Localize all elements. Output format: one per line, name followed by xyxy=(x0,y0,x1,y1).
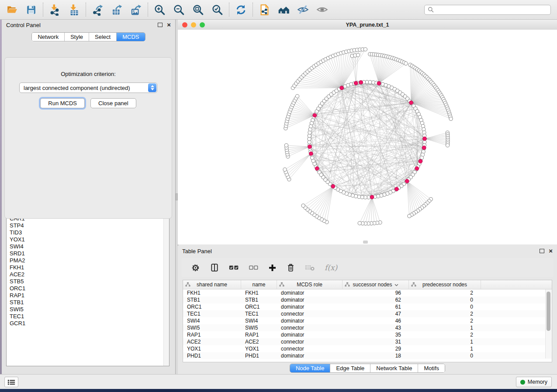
mcds-result-list[interactable]: PHD1CAR1STP4TID3YOX1SWI4SRD1PMA2FKH1ACE2… xyxy=(7,207,163,365)
close-icon[interactable]: × xyxy=(167,23,171,27)
mcds-result-item[interactable]: RAP1 xyxy=(10,292,161,299)
zoom-out-button[interactable] xyxy=(173,4,185,16)
zoom-selected-button[interactable] xyxy=(211,4,223,16)
mcds-result-item[interactable]: SRD1 xyxy=(10,250,161,257)
mcds-result-item[interactable]: FKH1 xyxy=(10,264,161,271)
column-header-name[interactable]: name xyxy=(241,280,277,289)
table-cell: ACE2 xyxy=(183,339,241,345)
table-cell: connector xyxy=(277,346,343,352)
table-cell: 62 xyxy=(343,297,409,303)
table-cell: ORC1 xyxy=(183,304,241,310)
table-row[interactable]: SWI4SWI4dominator462 xyxy=(183,317,552,324)
optimization-criterion-select[interactable]: largest connected component (undirected) xyxy=(19,83,157,93)
export-network-button[interactable] xyxy=(92,4,104,16)
column-label: MCDS role xyxy=(297,282,322,288)
tab-motifs[interactable]: Motifs xyxy=(418,364,445,372)
hide-panel-button[interactable] xyxy=(297,4,309,16)
trash-icon xyxy=(287,263,295,272)
new-network-button[interactable] xyxy=(259,4,270,16)
tab-mcds[interactable]: MCDS xyxy=(116,33,145,41)
table-row[interactable]: ORC1ORC1dominator610 xyxy=(183,303,552,310)
mcds-result-item[interactable]: SWI4 xyxy=(10,243,161,250)
mcds-result-item[interactable]: GCR1 xyxy=(10,320,161,327)
show-panel-button[interactable] xyxy=(316,4,328,16)
table-row[interactable]: PHD1PHD1dominator180 xyxy=(183,352,552,359)
optimization-criterion-value: largest connected component (undirected) xyxy=(24,85,130,91)
tab-edge-table[interactable]: Edge Table xyxy=(330,364,370,372)
add-column-button[interactable] xyxy=(268,264,277,272)
zoom-out-icon xyxy=(173,4,185,16)
network-window-titlebar[interactable]: YPA_prune.txt_1 xyxy=(178,20,557,30)
apply-layout-button[interactable] xyxy=(235,4,247,16)
table-cell: STB1 xyxy=(241,297,277,303)
mcds-result-item[interactable]: PMA2 xyxy=(10,257,161,264)
table-cell: YOX1 xyxy=(241,346,277,352)
table-row[interactable]: FKH1FKH1dominator962 xyxy=(183,289,552,296)
node-table[interactable]: shared namenameMCDS rolesuccessor nodesp… xyxy=(183,280,552,362)
zoom-in-button[interactable] xyxy=(154,4,166,16)
float-window-icon[interactable] xyxy=(158,23,163,27)
save-session-button[interactable] xyxy=(25,4,37,16)
table-row[interactable]: TEC1TEC1connector472 xyxy=(183,310,552,317)
column-header-successor-nodes[interactable]: successor nodes xyxy=(343,280,409,289)
column-header-MCDS-role[interactable]: MCDS role xyxy=(277,280,343,289)
mcds-result-item[interactable]: YOX1 xyxy=(10,236,161,243)
column-header-shared-name[interactable]: shared name xyxy=(183,280,241,289)
close-icon[interactable]: × xyxy=(549,249,553,253)
mcds-result-item[interactable]: STB1 xyxy=(10,299,161,306)
column-header-predecessor-nodes[interactable]: predecessor nodes xyxy=(409,280,481,289)
export-image-button[interactable] xyxy=(130,4,142,16)
tab-style[interactable]: Style xyxy=(64,33,89,41)
optimization-criterion-label: Optimization criterion: xyxy=(5,71,172,77)
table-row[interactable]: SWI5SWI5connector431 xyxy=(183,324,552,331)
mcds-result-scrollbar[interactable] xyxy=(163,205,169,366)
table-scrollbar-thumb[interactable] xyxy=(547,292,550,331)
mcds-result-item[interactable]: ACE2 xyxy=(10,271,161,278)
select-all-button[interactable] xyxy=(229,265,239,271)
mcds-result-item[interactable]: ORC1 xyxy=(10,285,161,292)
network-splitter-grip[interactable] xyxy=(363,241,368,244)
table-cell: 2 xyxy=(409,290,481,296)
table-cell: 2 xyxy=(409,311,481,317)
search-box[interactable] xyxy=(424,5,551,15)
open-file-button[interactable] xyxy=(6,4,18,16)
deselect-all-button[interactable] xyxy=(249,265,258,270)
table-scrollbar[interactable] xyxy=(545,289,551,358)
table-settings-button[interactable] xyxy=(191,263,200,272)
network-graph[interactable] xyxy=(178,30,557,244)
import-table-button[interactable] xyxy=(68,4,80,16)
network-canvas[interactable] xyxy=(178,30,557,244)
import-network-button[interactable] xyxy=(49,4,61,16)
tab-node-table[interactable]: Node Table xyxy=(290,364,330,372)
memory-button[interactable]: Memory xyxy=(516,377,552,387)
task-history-button[interactable] xyxy=(4,377,18,387)
mcds-result-item[interactable]: TID3 xyxy=(10,229,161,236)
mcds-result-item[interactable]: STB5 xyxy=(10,278,161,285)
float-window-icon[interactable] xyxy=(540,249,544,253)
tab-network[interactable]: Network xyxy=(32,33,64,41)
table-cell: SWI5 xyxy=(183,325,241,331)
mcds-result-item[interactable]: TEC1 xyxy=(10,313,161,320)
run-mcds-button[interactable]: Run MCDS xyxy=(40,98,85,108)
tab-network-table[interactable]: Network Table xyxy=(370,364,418,372)
close-panel-button[interactable]: Close panel xyxy=(90,98,136,108)
toggle-columns-button[interactable] xyxy=(210,263,219,272)
delete-column-button[interactable] xyxy=(287,263,295,272)
table-cell: connector xyxy=(277,325,343,331)
memory-label: Memory xyxy=(528,379,547,385)
table-row[interactable]: STB1STB1dominator620 xyxy=(183,296,552,303)
export-table-button[interactable] xyxy=(111,4,123,16)
zoom-fit-button[interactable] xyxy=(192,4,204,16)
table-row[interactable]: YOX1YOX1connector291 xyxy=(183,345,552,352)
search-input[interactable] xyxy=(436,6,550,13)
tab-select[interactable]: Select xyxy=(89,33,116,41)
table-cell: connector xyxy=(277,311,343,317)
table-row[interactable]: RAP1RAP1dominator352 xyxy=(183,331,552,338)
main-toolbar xyxy=(0,0,557,20)
mcds-result-item[interactable]: SWI5 xyxy=(10,306,161,313)
go-home-button[interactable] xyxy=(278,4,290,16)
table-row[interactable]: ACE2ACE2connector311 xyxy=(183,338,552,345)
table-cell: 18 xyxy=(343,353,409,359)
table-cell: 0 xyxy=(409,304,481,310)
mcds-result-item[interactable]: STP4 xyxy=(10,222,161,229)
